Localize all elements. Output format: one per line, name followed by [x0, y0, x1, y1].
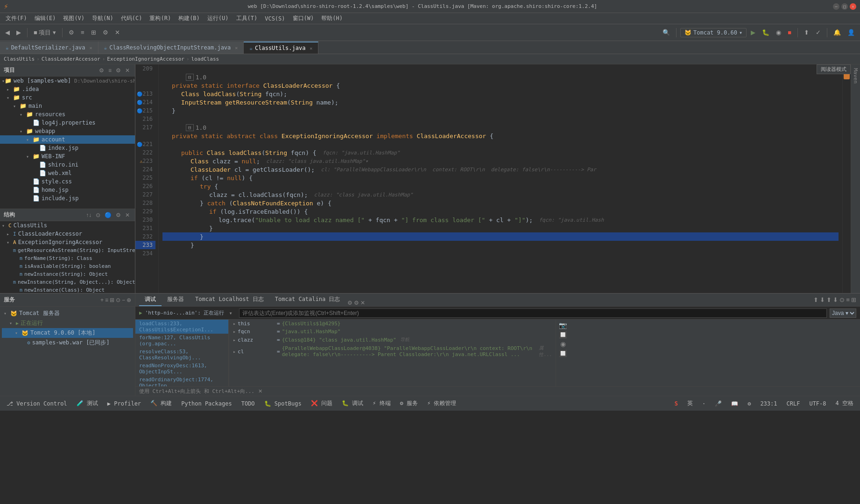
status-terminal[interactable]: ⚡ 终端 — [370, 399, 393, 408]
struct-exceptionignoring[interactable]: ▾ A ExceptionIgnoringAccessor — [0, 238, 135, 246]
tab-tomcat-catalina[interactable]: Tomcat Catalina 日志 — [269, 294, 346, 306]
status-line-col[interactable]: 233:1 — [757, 399, 780, 408]
var-this[interactable]: ▸ this = {ClassUtils$1@4295} — [229, 320, 556, 328]
maven-sidebar[interactable]: Maven — [851, 64, 860, 293]
run-button[interactable]: ▶ — [748, 28, 758, 37]
breadcrumb-exceptionignoringaccessor[interactable]: ExceptionIgnoringAccessor — [107, 56, 184, 62]
debug-gear-btn[interactable]: ⚙ — [354, 300, 359, 306]
tree-resources[interactable]: ▾ 📁 resources — [0, 110, 135, 119]
service-running-node[interactable]: ▾ ▶ 正在运行 — [2, 318, 133, 328]
debug-icon-1[interactable]: 📷 — [559, 322, 567, 329]
debug-action-2[interactable]: ⬇ — [820, 296, 825, 303]
toolbar-avatar[interactable]: 👤 — [845, 28, 857, 37]
ime-s-indicator[interactable]: S — [672, 399, 681, 408]
debug-action-7[interactable]: ⊞ — [851, 296, 856, 303]
maximize-button[interactable]: □ — [841, 3, 848, 10]
debug-settings-btn[interactable]: ⚙ — [347, 300, 352, 306]
tab-tomcat-localhost[interactable]: Tomcat Localhost 日志 — [190, 294, 269, 306]
service-delete-btn[interactable]: − — [122, 297, 125, 303]
run-with-coverage[interactable]: ◉ — [774, 28, 783, 37]
status-test[interactable]: 🧪 测试 — [74, 399, 101, 408]
run-config[interactable]: 🐱 Tomcat 9.0.60 ▾ — [680, 28, 747, 37]
toolbar-sort[interactable]: ≡ — [78, 28, 87, 37]
minimize-button[interactable]: — — [833, 3, 839, 10]
tab-default-serializer[interactable]: ☕ DefaultSerializer.java ✕ — [0, 42, 99, 54]
code-content[interactable]: ⊟ 1.0 private static interface ClassLoad… — [159, 64, 842, 293]
tree-home-jsp[interactable]: 📄 home.jsp — [0, 186, 135, 194]
menu-code[interactable]: 代码(C) — [117, 14, 146, 23]
status-python-packages[interactable]: Python Packages — [178, 399, 234, 408]
stack-frame-3[interactable]: readNonProxyDesc:1613, ObjectInpSt... — [135, 362, 228, 376]
service-samples-web[interactable]: ⚙ samples-web.war [已同步] — [2, 338, 133, 348]
service-new-btn[interactable]: ⊕ — [127, 297, 131, 303]
status-profiler[interactable]: ▶ Profiler — [105, 399, 144, 408]
thread-dropdown[interactable]: ▾ — [229, 310, 232, 316]
debug-action-1[interactable]: ⬆ — [813, 296, 818, 303]
ime-settings[interactable]: ⚙ — [745, 399, 754, 408]
tree-web-xml[interactable]: 📄 web.xml — [0, 169, 135, 177]
status-services[interactable]: ⚙ 服务 — [397, 399, 421, 408]
struct-sort-alpha[interactable]: ↑↓ — [85, 211, 93, 219]
status-problems[interactable]: ❌ 问题 — [308, 399, 335, 408]
status-encoding[interactable]: UTF-8 — [806, 399, 829, 408]
stack-frame-4[interactable]: readOrdinaryObject:1774, ObjectInp... — [135, 376, 228, 386]
project-close-btn[interactable]: ✕ — [124, 67, 131, 74]
tab-server[interactable]: 服务器 — [162, 294, 190, 306]
status-todo[interactable]: TODO — [239, 399, 258, 408]
menu-help[interactable]: 帮助(H) — [317, 14, 346, 23]
status-spotbugs[interactable]: 🐛 SpotBugs — [261, 399, 304, 408]
stack-frame-0[interactable]: loadClass:233, ClassUtils$ExceptionI... — [135, 320, 228, 334]
toolbar-project[interactable]: ■ 项目 ▾ — [31, 27, 58, 38]
project-settings-btn[interactable]: ⚙ — [114, 67, 122, 74]
debug-action-3[interactable]: ⬆ — [826, 296, 832, 303]
ime-indicator-2[interactable]: 英 — [684, 399, 696, 408]
tree-src[interactable]: ▾ 📁 src — [0, 93, 135, 102]
service-group-btn[interactable]: ⊞ — [110, 297, 114, 303]
status-crlf[interactable]: CRLF — [784, 399, 803, 408]
toolbar-align[interactable]: ⊞ — [89, 28, 99, 37]
struct-newinstance1[interactable]: m newInstance(String): Object — [0, 270, 135, 278]
status-debug[interactable]: 🐛 调试 — [339, 399, 366, 408]
struct-filter[interactable]: 🔵 — [103, 211, 113, 219]
tree-idea[interactable]: ▸ 📁 .idea — [0, 85, 135, 93]
status-indent[interactable]: 4 空格 — [833, 399, 856, 408]
toolbar-forward[interactable]: ▶ — [14, 28, 23, 37]
code-view[interactable]: 209 🔵 213 🔵 214 🔵 215 216 — [135, 64, 842, 293]
tab-close-1[interactable]: ✕ — [90, 45, 92, 50]
menu-refactor[interactable]: 重构(R) — [146, 14, 175, 23]
menu-window[interactable]: 窗口(W) — [289, 14, 318, 23]
tree-web[interactable]: ▾ 📁 web [samples-web] D:\Download\shiro-… — [0, 77, 135, 85]
toolbar-vcs[interactable]: ⬆ — [802, 28, 811, 37]
debug-icon-3[interactable]: ◉ — [560, 340, 566, 348]
menu-vcs[interactable]: VCS(S) — [261, 14, 289, 23]
menu-run[interactable]: 运行(U) — [204, 14, 233, 23]
breadcrumb-classutils[interactable]: ClassUtils — [4, 56, 35, 62]
status-dependencies[interactable]: ⚡ 依赖管理 — [424, 399, 459, 408]
debug-close-btn[interactable]: ✕ — [360, 300, 365, 306]
project-gear-btn[interactable]: ⚙ — [98, 67, 106, 74]
reader-mode-button[interactable]: 阅读器模式 — [817, 64, 851, 74]
service-sort-btn[interactable]: ≡ — [105, 297, 108, 303]
menu-tools[interactable]: 工具(T) — [233, 14, 261, 23]
tab-close-3[interactable]: ✕ — [310, 46, 312, 51]
struct-newinstance2[interactable]: m newInstance(String, Object...): Object — [0, 278, 135, 286]
toolbar-settings[interactable]: ⚙ — [66, 28, 77, 37]
close-button[interactable]: ✕ — [850, 3, 856, 10]
project-sort-btn[interactable]: ≡ — [107, 67, 113, 74]
menu-file[interactable]: 文件(F) — [2, 14, 31, 23]
service-filter-btn[interactable]: ⊙ — [116, 297, 120, 303]
menu-view[interactable]: 视图(V) — [59, 14, 88, 23]
breadcrumb-loadclass[interactable]: loadClass — [191, 56, 219, 62]
menu-build[interactable]: 构建(B) — [175, 14, 204, 23]
struct-classloaderaccessor[interactable]: ▸ I ClassLoaderAccessor — [0, 230, 135, 238]
debug-button[interactable]: 🐛 — [760, 28, 772, 37]
struct-newinstance3[interactable]: m newInstance(Class): Object — [0, 286, 135, 293]
var-clazz[interactable]: ▸ clazz = {Class@184} "class java.util.H… — [229, 336, 556, 344]
tree-log4j[interactable]: 📄 log4j.properties — [0, 119, 135, 127]
tab-debug[interactable]: 调试 — [139, 294, 162, 306]
debug-action-6[interactable]: ≡ — [846, 296, 850, 303]
debug-icon-4[interactable]: 🔲 — [559, 350, 567, 357]
struct-classutils[interactable]: ▾ C ClassUtils — [0, 221, 135, 230]
struct-close[interactable]: ✕ — [124, 211, 131, 219]
service-tomcat-instance[interactable]: ▾ 🐱 Tomcat 9.0.60 [本地] — [2, 328, 133, 338]
